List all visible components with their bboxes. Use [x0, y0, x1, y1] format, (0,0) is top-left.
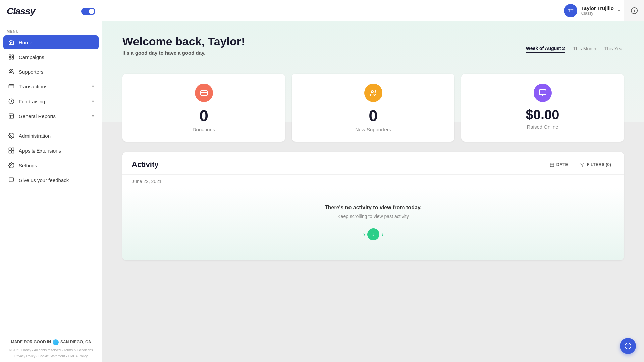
- supporters-value: 0: [369, 108, 378, 124]
- user-dropdown-arrow[interactable]: ▾: [618, 8, 620, 13]
- svg-rect-1: [12, 55, 14, 56]
- sidebar-item-administration-label: Administration: [19, 133, 51, 139]
- activity-section: Activity DATE FILTERS (0): [122, 152, 624, 260]
- sidebar-item-transactions[interactable]: Transactions ▾: [3, 79, 99, 94]
- svg-rect-13: [12, 148, 14, 150]
- sidebar-item-general-reports[interactable]: General Reports ▾: [3, 109, 99, 123]
- donations-value: 0: [199, 108, 208, 124]
- topbar-info-button[interactable]: [624, 0, 644, 21]
- period-tab-month[interactable]: This Month: [573, 46, 596, 53]
- svg-rect-24: [539, 90, 546, 95]
- sidebar-item-transactions-label: Transactions: [19, 84, 47, 89]
- sidebar-item-campaigns[interactable]: Campaigns: [3, 50, 99, 64]
- svg-rect-0: [9, 55, 11, 56]
- donations-label: Donations: [193, 127, 215, 132]
- svg-point-11: [11, 135, 12, 137]
- city-label: SAN DIEGO, CA: [60, 339, 91, 346]
- made-for-label: MADE FOR GOOD IN: [11, 339, 51, 346]
- logo: Classy: [7, 6, 35, 17]
- period-tab-week[interactable]: Week of August 2: [526, 46, 565, 53]
- svg-rect-5: [9, 85, 14, 88]
- svg-point-4: [10, 69, 12, 71]
- avatar: TT: [564, 4, 577, 17]
- sidebar-item-feedback-label: Give us your feedback: [19, 177, 69, 183]
- sidebar-item-home-label: Home: [19, 40, 32, 45]
- sidebar-item-reports-label: General Reports: [19, 113, 56, 119]
- sidebar-item-fundraising[interactable]: Fundraising ▾: [3, 94, 99, 108]
- sidebar-item-feedback[interactable]: Give us your feedback: [3, 173, 99, 187]
- user-org: Classy: [581, 11, 614, 16]
- sidebar-footer: MADE FOR GOOD IN SAN DIEGO, CA © 2021 Cl…: [0, 335, 102, 362]
- svg-rect-12: [9, 148, 11, 150]
- fundraising-icon: [8, 98, 15, 105]
- period-tab-year[interactable]: This Year: [604, 46, 624, 53]
- empty-subtitle: Keep scrolling to view past activity: [132, 214, 614, 219]
- stats-row: 0 Donations 0 New Supporters: [102, 74, 644, 152]
- donations-icon-circle: [195, 84, 213, 102]
- topbar: TT Taylor Trujillo Classy ▾: [102, 0, 644, 21]
- content-area: Welcome back, Taylor! It's a good day to…: [102, 21, 644, 362]
- svg-rect-8: [9, 114, 14, 118]
- raised-label: Raised Online: [527, 124, 558, 130]
- sidebar-item-apps-extensions[interactable]: Apps & Extensions: [3, 143, 99, 158]
- bottom-info-button[interactable]: [620, 338, 636, 354]
- feedback-icon: [8, 177, 15, 183]
- transactions-icon: [8, 83, 15, 90]
- svg-marker-31: [580, 163, 584, 166]
- made-for: MADE FOR GOOD IN SAN DIEGO, CA: [7, 339, 95, 346]
- filters-button-label: FILTERS (0): [587, 162, 611, 167]
- user-info: Taylor Trujillo Classy: [581, 5, 614, 16]
- sidebar-item-administration[interactable]: Administration: [3, 129, 99, 143]
- right-chevron: ›: [381, 231, 383, 238]
- fundraising-chevron: ▾: [92, 99, 94, 104]
- sidebar-item-home[interactable]: Home: [3, 35, 99, 49]
- svg-rect-2: [9, 58, 11, 59]
- campaigns-icon: [8, 54, 15, 60]
- sidebar: Classy MENU Home Campaigns: [0, 0, 102, 362]
- sidebar-nav: Home Campaigns Supporters: [0, 35, 102, 335]
- sidebar-item-supporters-label: Supporters: [19, 69, 43, 75]
- reports-icon: [8, 113, 15, 119]
- footer-links: Privacy Policy • Cookie Statement • DMCA…: [7, 353, 95, 359]
- stat-card-raised: $0.00 Raised Online: [461, 74, 624, 142]
- toggle-switch[interactable]: [81, 8, 95, 15]
- supporters-icon-circle: [364, 84, 382, 102]
- scroll-down-btn[interactable]: › ↓ ›: [363, 228, 383, 240]
- welcome-section: Welcome back, Taylor! It's a good day to…: [102, 21, 644, 74]
- sidebar-item-apps-label: Apps & Extensions: [19, 148, 61, 154]
- activity-header: Activity DATE FILTERS (0): [122, 152, 624, 175]
- apps-icon: [8, 147, 15, 154]
- reports-chevron: ▾: [92, 114, 94, 118]
- filters-button[interactable]: FILTERS (0): [577, 160, 614, 169]
- supporters-icon: [8, 68, 15, 75]
- left-chevron: ›: [363, 231, 365, 238]
- period-tabs: Week of August 2 This Month This Year: [526, 46, 624, 53]
- supporters-label: New Supporters: [355, 127, 391, 132]
- stat-card-donations: 0 Donations: [122, 74, 285, 142]
- menu-label: MENU: [0, 23, 102, 35]
- sidebar-item-supporters[interactable]: Supporters: [3, 65, 99, 79]
- home-icon: [8, 39, 15, 46]
- main-area: TT Taylor Trujillo Classy ▾ Welcome back…: [102, 0, 644, 362]
- sidebar-divider: [10, 126, 92, 126]
- sidebar-item-settings-label: Settings: [19, 163, 37, 168]
- globe-icon: [53, 339, 59, 345]
- settings-icon: [8, 162, 15, 169]
- sidebar-item-fundraising-label: Fundraising: [19, 99, 45, 104]
- sidebar-item-campaigns-label: Campaigns: [19, 54, 44, 60]
- empty-title: There's no activity to view from today.: [132, 205, 614, 211]
- raised-icon-circle: [534, 84, 552, 102]
- user-name: Taylor Trujillo: [581, 5, 614, 11]
- date-button[interactable]: DATE: [546, 160, 571, 169]
- activity-date: June 22, 2021: [122, 175, 624, 188]
- svg-point-16: [11, 165, 12, 166]
- stat-card-supporters: 0 New Supporters: [292, 74, 454, 142]
- svg-rect-27: [550, 163, 554, 167]
- date-button-label: DATE: [556, 162, 568, 167]
- sidebar-header: Classy: [0, 0, 102, 23]
- activity-title: Activity: [132, 160, 158, 169]
- activity-controls: DATE FILTERS (0): [546, 160, 614, 169]
- administration-icon: [8, 132, 15, 139]
- transactions-chevron: ▾: [92, 84, 94, 89]
- sidebar-item-settings[interactable]: Settings: [3, 158, 99, 172]
